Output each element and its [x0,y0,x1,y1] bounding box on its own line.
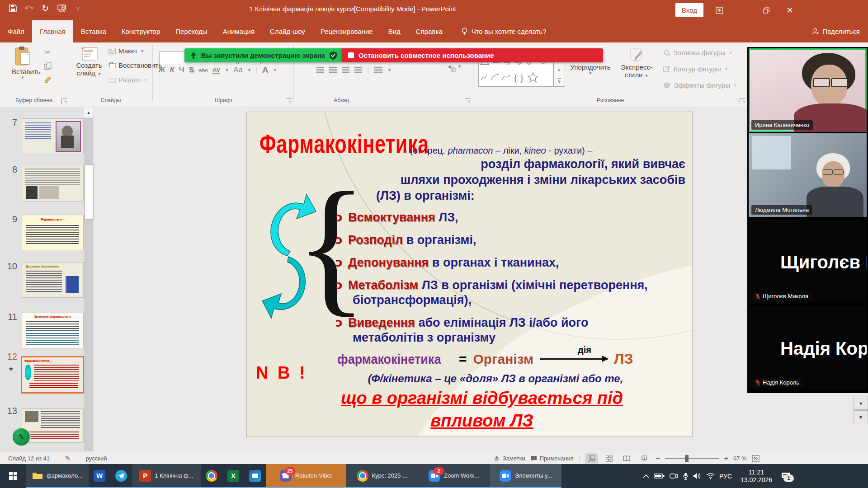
video-tile-participant-3[interactable]: Щиголєв Ми Щиголєв Микола [749,220,867,303]
taskbar-browser-course-button[interactable]: Курс: 2025-... [346,464,418,488]
paste-button[interactable]: Вставить ▼ [12,46,33,80]
video-scroll-up-icon[interactable]: ▲ [854,396,868,410]
change-case-button[interactable]: Aa [233,66,243,75]
taskbar-mail-button[interactable] [244,464,266,488]
shape-effects-button[interactable]: Эффекты фигуры▼ [663,81,737,89]
thumb-scroll-up-icon[interactable]: ▲ [84,108,93,117]
taskbar-word-button[interactable]: W [89,464,110,488]
tray-chevron-icon[interactable] [643,474,649,478]
tab-help[interactable]: Справка [408,20,450,42]
tab-file[interactable]: Файл [0,20,32,42]
nota-bene[interactable]: N B ! [256,363,307,383]
sign-in-button[interactable]: Вход [675,3,703,17]
slideshow-view-icon[interactable] [638,453,651,464]
camera-icon[interactable] [669,473,678,479]
notes-button[interactable]: Заметки [494,455,525,462]
taskbar-powerpoint-button[interactable]: P 1 Клінічна ф... [132,464,201,488]
taskbar-viber-button[interactable]: ☎ 25 Rakuten Viber [266,464,346,488]
zoom-slider[interactable] [665,455,719,462]
tab-design[interactable]: Конструктор [114,20,168,42]
underline-button[interactable]: Ч [179,66,184,75]
slide-emphasis-line-1[interactable]: що в організмі відбувається під [288,389,676,408]
slide-thumbnail-8[interactable] [22,166,84,202]
tab-view[interactable]: Вид [381,20,408,42]
taskbar-excel-button[interactable]: X [222,464,244,488]
shapes-scroll-down-icon[interactable]: ∨ [557,67,561,72]
slide-thumbnail-9[interactable]: Фармакологія – [22,215,84,250]
quick-styles-button[interactable]: Экспресс- стили ▼ [615,47,658,79]
drawing-dialog-launcher[interactable]: ↘ [740,99,745,104]
justify-button[interactable] [354,67,362,73]
taskbar-zoom-elements-button[interactable]: Элементы у... [490,464,561,488]
copy-icon[interactable] [44,62,52,70]
bold-button[interactable]: Ж [158,66,165,75]
section-button[interactable]: Раздел▼ [108,76,148,84]
columns-button[interactable] [374,67,382,73]
slide-thumbnail-11[interactable]: Загальна фармакологія [22,313,84,348]
slide-thumbnail-12[interactable]: Фармакокінетика - [21,356,85,394]
slide-thumbnail-13[interactable] [22,408,84,443]
italic-button[interactable]: К [170,66,174,75]
tab-insert[interactable]: Вставка [73,20,114,42]
slide-title[interactable]: Фармакокінетика [259,128,429,159]
thumbnail-scrollbar-thumb[interactable] [85,164,94,220]
speaker-icon[interactable] [693,473,702,479]
clipboard-dialog-launcher[interactable]: ↘ [61,99,67,104]
zoom-out-button[interactable]: − [656,455,660,463]
normal-view-icon[interactable] [585,453,598,464]
zoom-slider-thumb[interactable] [685,455,689,462]
format-painter-icon[interactable] [44,76,52,84]
pharmacokinetics-formula[interactable]: фармакокінетика = Організм дія ЛЗ [337,351,633,367]
restore-button[interactable] [755,0,778,20]
font-color-button[interactable]: A [262,65,269,75]
tell-me-search[interactable]: Что вы хотите сделать? [461,20,547,42]
thumbnail-scrollbar[interactable]: ▲ [84,108,93,451]
tab-slideshow[interactable]: Слайд-шоу [262,20,313,42]
comments-button[interactable]: Примечания [530,455,574,462]
character-spacing-button[interactable]: AV [212,66,220,74]
video-tile-participant-2[interactable]: Людмила Могильна [749,133,867,217]
slide-sorter-view-icon[interactable] [603,453,615,464]
zoom-in-button[interactable]: + [724,455,728,463]
slide-counter[interactable]: Слайд 12 из 41 [8,455,50,462]
convert-smartart-button[interactable]: ▼ [447,64,462,73]
spell-check-icon[interactable]: ✎ [65,455,71,462]
shape-outline-button[interactable]: Контур фигуры▼ [663,65,728,73]
slide-thumbnail-7[interactable] [22,118,84,154]
battery-icon[interactable] [654,473,665,479]
strikethrough-button[interactable]: abc [198,67,208,74]
slide-canvas[interactable]: Фармакокінетика - (от грец. pharmacon – … [246,112,693,437]
cut-icon[interactable]: ✂ [44,48,51,57]
slide-bullet-list[interactable]: ɔВсмоктування ЛЗ, ɔРозподіл в організмі,… [335,210,652,352]
stop-sharing-banner[interactable]: Остановить совместное использование [342,48,603,62]
taskbar-clock[interactable]: 11:21 13.02.2026 [736,469,776,484]
keyboard-language[interactable]: РУС [719,473,732,480]
align-center-button[interactable] [329,67,337,73]
close-button[interactable]: ✕ [778,0,802,20]
font-dialog-launcher[interactable]: ↘ [286,99,292,104]
minimize-button[interactable]: — [731,0,755,20]
new-slide-button[interactable]: Создать слайд ▼ [73,46,105,77]
language-indicator[interactable]: русский [86,455,107,462]
shape-fill-button[interactable]: Заливка фигуры▼ [663,49,732,56]
video-tile-participant-4[interactable]: Надія Коро Надія Король [749,306,867,389]
wifi-icon[interactable] [706,473,715,479]
reading-view-icon[interactable] [620,453,633,464]
video-tile-participant-1[interactable]: Ирина Калиниченко [749,48,867,132]
slide-emphasis-line-2[interactable]: впливом ЛЗ [288,411,676,431]
video-scroll-down-icon[interactable]: ▼ [854,410,868,424]
tab-home[interactable]: Главная [32,20,73,42]
share-button[interactable]: Поделиться [811,20,860,42]
align-right-button[interactable] [342,67,349,73]
taskbar-explorer-button[interactable]: фармаколо... [26,464,89,488]
tab-transitions[interactable]: Переходы [168,20,215,42]
tab-animations[interactable]: Анимация [215,20,262,42]
ribbon-display-options-icon[interactable] [708,0,731,20]
slide-subtitle[interactable]: - (от грец. pharmacon – ліки, kineo - ру… [404,145,592,156]
start-button[interactable] [0,464,26,488]
slide-thumbnail-10[interactable]: Державна фармакопея [22,262,84,298]
paragraph-dialog-launcher[interactable]: ↘ [465,99,471,104]
reset-button[interactable]: Восстановить [108,61,162,69]
fit-slide-icon[interactable] [752,455,760,462]
notification-center-icon[interactable]: 1 [781,472,791,481]
